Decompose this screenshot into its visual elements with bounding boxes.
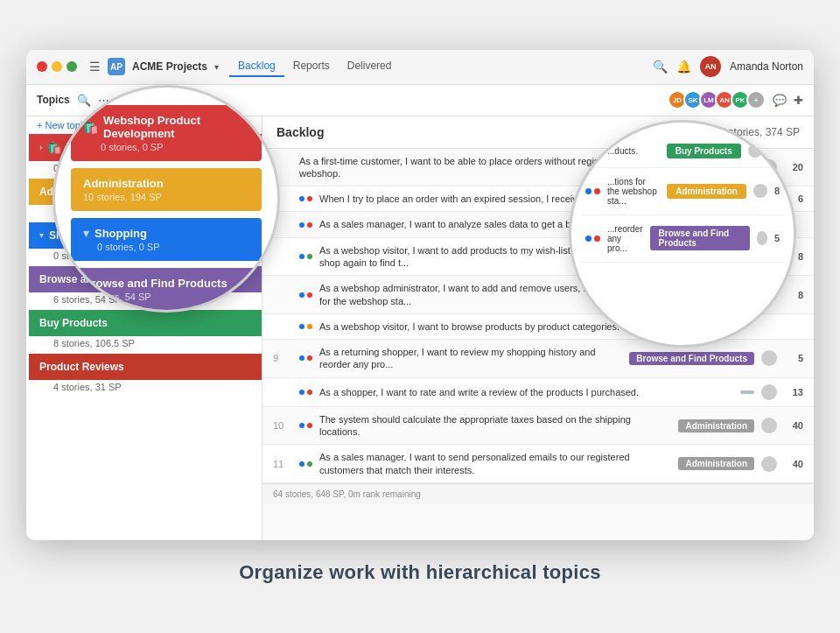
app-title: ACME Projects [132, 60, 207, 73]
mag-dot [585, 188, 592, 194]
story-avatar [761, 418, 777, 433]
user-name: Amanda Norton [730, 60, 803, 73]
mag-topic-meta-shopping: 0 stories, 0 SP [83, 242, 249, 252]
story-points: 8 [784, 290, 803, 300]
mag-topic-webshop: 🛍️ Webshop Product Development 0 stories… [71, 105, 262, 161]
story-dots [299, 222, 312, 228]
dot-blue [299, 355, 304, 361]
window-controls [37, 61, 77, 72]
mag-topic-name: Webshop Product Development [103, 114, 249, 140]
mag-avatar [757, 231, 767, 245]
story-dots [299, 196, 312, 201]
story-text: As a shopper, I want to rate and write a… [319, 386, 733, 398]
mag-topic-meta: 0 stories, 0 SP [83, 142, 249, 152]
dot-red [307, 355, 312, 361]
mag-topic-name-admin: Administration [83, 177, 249, 190]
story-text: As a returning shopper, I want to review… [319, 346, 622, 371]
story-tag: Browse and Find Products [629, 352, 754, 365]
story-points: 5 [784, 353, 803, 363]
hamburger-icon[interactable]: ☰ [89, 60, 101, 74]
mag-row-3: ...reorder any pro... Browse and Find Pr… [582, 215, 783, 263]
story-points: 40 [784, 420, 803, 431]
story-row[interactable]: 11 As a sales manager, I want to send pe… [262, 445, 814, 483]
story-text: As a sales manager, I want to send perso… [319, 451, 671, 476]
story-tag: Administration [678, 419, 754, 433]
screenshot-container: ☰ AP ACME Projects ▾ Backlog Reports Del… [26, 50, 814, 540]
story-dots [299, 461, 312, 467]
topic-header-reviews[interactable]: Product Reviews [29, 354, 262, 380]
user-avatar[interactable]: AN [700, 56, 721, 77]
sidebar-search-icon[interactable]: 🔍 [77, 94, 91, 107]
tab-backlog[interactable]: Backlog [229, 56, 284, 77]
mag-story-text: ...ducts. [607, 146, 660, 156]
mag-dots [585, 188, 600, 194]
mag-story-text: ...reorder any pro... [607, 224, 643, 253]
topic-header-buy[interactable]: Buy Products [29, 310, 262, 336]
dot-blue [299, 292, 304, 298]
mag-topic-name-shopping: Shopping [94, 227, 147, 240]
mag-dot [594, 236, 600, 242]
dot-blue [299, 196, 304, 201]
add-icon[interactable]: ✚ [794, 94, 803, 107]
story-row[interactable]: 9 As a returning shopper, I want to revi… [262, 340, 814, 378]
mag-dot [585, 236, 592, 242]
dot-blue [299, 461, 304, 467]
chevron-down-sidebar-icon: ▾ [39, 230, 44, 240]
chat-icon[interactable]: 💬 [773, 94, 787, 107]
dot-green [307, 254, 312, 259]
backlog-footer: 64 stories, 648 SP, 0m rank remaining [262, 483, 814, 504]
magnify-right: ...ducts. Buy Products 20 ...tions for t… [569, 120, 796, 348]
story-num: 11 [273, 459, 292, 469]
app-logo: AP [108, 58, 125, 75]
mag-dots [585, 236, 600, 242]
story-row[interactable]: 10 The system should calculate the appro… [262, 407, 814, 446]
title-bar-right: 🔍 🔔 AN Amanda Norton [653, 56, 803, 77]
mag-topic-shopping: ▾ Shopping 0 stories, 0 SP [71, 218, 262, 261]
story-text: The system should calculate the appropri… [319, 413, 671, 439]
story-dots [299, 254, 312, 259]
story-row[interactable]: As a shopper, I want to rate and write a… [262, 378, 814, 407]
search-icon[interactable]: 🔍 [653, 60, 668, 74]
mag-avatar [753, 184, 767, 198]
tab-reports[interactable]: Reports [284, 56, 339, 77]
mag-points: 5 [774, 233, 780, 243]
caption: Organize work with hierarchical topics [239, 561, 601, 584]
dot-orange [307, 324, 312, 329]
maximize-button[interactable] [66, 61, 77, 72]
dot-blue [299, 390, 304, 395]
dot-red [307, 196, 312, 201]
mag-points: 8 [774, 186, 780, 196]
story-dots [299, 423, 312, 428]
magnify-left: 🛍️ Webshop Product Development 0 stories… [52, 85, 280, 313]
topic-meta-buy: 8 stories, 106.5 SP [29, 336, 262, 354]
team-avatars: JD SK LM AN PK + [671, 90, 766, 109]
close-button[interactable] [37, 61, 47, 72]
minimize-button[interactable] [52, 61, 62, 72]
mag-dot [594, 188, 600, 194]
team-avatar-more[interactable]: + [746, 90, 766, 109]
topic-item-reviews: Product Reviews 4 stories, 31 SP [26, 354, 262, 397]
story-num: 10 [273, 420, 292, 431]
tab-delivered[interactable]: Delivered [339, 56, 401, 77]
chevron-down-icon[interactable]: ▾ [214, 62, 219, 72]
story-points: 20 [784, 162, 803, 172]
story-points: 13 [784, 387, 803, 397]
mag-tag-browse: Browse and Find Products [650, 226, 750, 250]
notifications-icon[interactable]: 🔔 [676, 60, 691, 74]
story-dots [299, 390, 312, 395]
mag-topic-meta-admin: 10 stories, 194 SP [83, 192, 249, 202]
nav-tabs: Backlog Reports Delivered [229, 56, 400, 77]
mag-topic-admin: Administration 10 stories, 194 SP [71, 168, 262, 211]
dot-red [307, 292, 312, 298]
story-avatar [761, 384, 777, 400]
story-tag [740, 390, 754, 394]
title-bar: ☰ AP ACME Projects ▾ Backlog Reports Del… [26, 50, 814, 85]
dot-blue [299, 324, 304, 329]
story-avatar [761, 350, 777, 366]
story-avatar [761, 456, 777, 472]
story-dots [299, 324, 312, 329]
story-tag: Administration [678, 457, 754, 470]
topic-item-buy: Buy Products 8 stories, 106.5 SP [26, 310, 262, 354]
chevron-right-icon: › [39, 143, 42, 152]
topic-name-reviews: Product Reviews [39, 361, 124, 373]
